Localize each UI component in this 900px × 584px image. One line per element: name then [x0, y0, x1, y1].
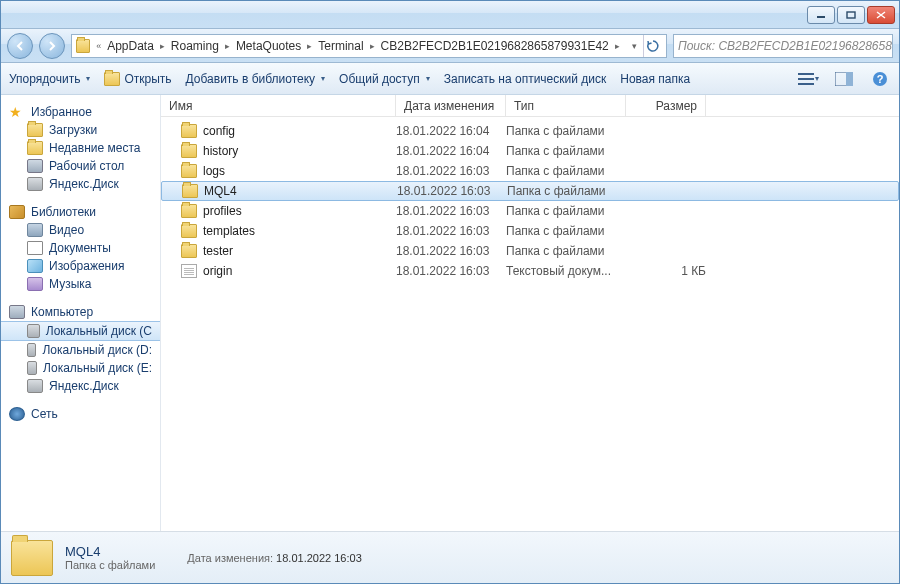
- sidebar-item[interactable]: Локальный диск (C: [1, 321, 160, 341]
- minimize-button[interactable]: [807, 6, 835, 24]
- chevron-icon[interactable]: ▸: [305, 41, 314, 51]
- file-name: history: [203, 144, 238, 158]
- folder-icon: [181, 164, 197, 178]
- file-size: 1 КБ: [626, 264, 706, 278]
- file-row[interactable]: MQL418.01.2022 16:03Папка с файлами: [161, 181, 899, 201]
- network-header[interactable]: Сеть: [1, 405, 160, 423]
- breadcrumb-segment[interactable]: Roaming: [171, 39, 219, 53]
- disk-icon: [27, 343, 36, 357]
- sidebar-item-label: Яндекс.Диск: [49, 379, 119, 393]
- breadcrumb-segment[interactable]: CB2B2FECD2B1E0219682865879931E42: [381, 39, 609, 53]
- favorites-header[interactable]: ★Избранное: [1, 103, 160, 121]
- view-options-button[interactable]: ▾: [797, 68, 819, 90]
- sidebar-item[interactable]: Изображения: [1, 257, 160, 275]
- sidebar-item-label: Видео: [49, 223, 84, 237]
- sidebar-item[interactable]: Рабочий стол: [1, 157, 160, 175]
- open-label: Открыть: [124, 72, 171, 86]
- column-size[interactable]: Размер: [626, 95, 706, 116]
- file-row[interactable]: templates18.01.2022 16:03Папка с файлами: [161, 221, 899, 241]
- libraries-header[interactable]: Библиотеки: [1, 203, 160, 221]
- file-date: 18.01.2022 16:03: [396, 244, 506, 258]
- new-folder-button[interactable]: Новая папка: [620, 72, 690, 86]
- svg-rect-6: [846, 72, 853, 86]
- help-button[interactable]: ?: [869, 68, 891, 90]
- search-input[interactable]: Поиск: CB2B2FECD2B1E021968286587... 🔍: [673, 34, 893, 58]
- library-icon: [9, 205, 25, 219]
- file-row[interactable]: tester18.01.2022 16:03Папка с файлами: [161, 241, 899, 261]
- sidebar-item[interactable]: Локальный диск (D:: [1, 341, 160, 359]
- sidebar-item[interactable]: Загрузки: [1, 121, 160, 139]
- doc-icon: [27, 241, 43, 255]
- file-name: tester: [203, 244, 233, 258]
- sidebar-item[interactable]: Яндекс.Диск: [1, 377, 160, 395]
- disk-icon: [27, 361, 37, 375]
- file-type: Папка с файлами: [506, 224, 626, 238]
- sidebar-item[interactable]: Недавние места: [1, 139, 160, 157]
- vid-icon: [27, 223, 43, 237]
- window-controls: [807, 6, 895, 24]
- explorer-window: « AppData ▸ Roaming ▸ MetaQuotes ▸ Termi…: [0, 0, 900, 584]
- sidebar-item-label: Локальный диск (E:: [43, 361, 152, 375]
- folder-icon: [181, 244, 197, 258]
- selected-name: MQL4: [65, 544, 155, 559]
- file-type: Папка с файлами: [506, 124, 626, 138]
- organize-button[interactable]: Упорядочить: [9, 72, 90, 86]
- burn-button[interactable]: Записать на оптический диск: [444, 72, 607, 86]
- close-button[interactable]: [867, 6, 895, 24]
- file-row[interactable]: config18.01.2022 16:04Папка с файлами: [161, 121, 899, 141]
- breadcrumb-segment[interactable]: AppData: [107, 39, 154, 53]
- sidebar-item-label: Рабочий стол: [49, 159, 124, 173]
- computer-icon: [9, 305, 25, 319]
- disk-icon: [27, 379, 43, 393]
- sidebar-item[interactable]: Видео: [1, 221, 160, 239]
- file-row[interactable]: logs18.01.2022 16:03Папка с файлами: [161, 161, 899, 181]
- nav-sidebar: ★Избранное ЗагрузкиНедавние местаРабочий…: [1, 95, 161, 531]
- file-type: Папка с файлами: [507, 184, 627, 198]
- file-row[interactable]: history18.01.2022 16:04Папка с файлами: [161, 141, 899, 161]
- chevron-icon[interactable]: ▸: [613, 41, 622, 51]
- sidebar-item-label: Загрузки: [49, 123, 97, 137]
- svg-rect-1: [847, 12, 855, 18]
- file-type: Папка с файлами: [506, 144, 626, 158]
- file-list[interactable]: config18.01.2022 16:04Папка с файламиhis…: [161, 117, 899, 531]
- address-bar[interactable]: « AppData ▸ Roaming ▸ MetaQuotes ▸ Termi…: [71, 34, 667, 58]
- breadcrumb-segment[interactable]: Terminal: [318, 39, 363, 53]
- column-name[interactable]: Имя: [161, 95, 396, 116]
- computer-header[interactable]: Компьютер: [1, 303, 160, 321]
- folder-icon: [104, 72, 120, 86]
- file-date: 18.01.2022 16:03: [396, 264, 506, 278]
- sidebar-item-label: Локальный диск (C: [46, 324, 152, 338]
- file-type: Текстовый докум...: [506, 264, 626, 278]
- maximize-button[interactable]: [837, 6, 865, 24]
- folder-icon: [76, 39, 90, 53]
- svg-rect-2: [798, 73, 814, 75]
- refresh-button[interactable]: [643, 35, 662, 57]
- sidebar-item[interactable]: Локальный диск (E:: [1, 359, 160, 377]
- file-row[interactable]: origin18.01.2022 16:03Текстовый докум...…: [161, 261, 899, 281]
- sidebar-item[interactable]: Документы: [1, 239, 160, 257]
- selected-type: Папка с файлами: [65, 559, 155, 571]
- column-date[interactable]: Дата изменения: [396, 95, 506, 116]
- open-button[interactable]: Открыть: [104, 72, 171, 86]
- back-button[interactable]: [7, 33, 33, 59]
- chevron-icon[interactable]: ▸: [368, 41, 377, 51]
- sidebar-item[interactable]: Музыка: [1, 275, 160, 293]
- details-pane: MQL4 Папка с файлами Дата изменения: 18.…: [1, 531, 899, 583]
- address-dropdown-icon[interactable]: ▾: [630, 41, 639, 51]
- share-button[interactable]: Общий доступ: [339, 72, 430, 86]
- selected-folder-icon: [11, 540, 53, 576]
- column-type[interactable]: Тип: [506, 95, 626, 116]
- breadcrumb-segment[interactable]: MetaQuotes: [236, 39, 301, 53]
- file-row[interactable]: profiles18.01.2022 16:03Папка с файлами: [161, 201, 899, 221]
- sidebar-item[interactable]: Яндекс.Диск: [1, 175, 160, 193]
- sidebar-item-label: Изображения: [49, 259, 124, 273]
- svg-text:?: ?: [877, 73, 884, 85]
- add-library-button[interactable]: Добавить в библиотеку: [186, 72, 326, 86]
- chevron-icon[interactable]: ▸: [158, 41, 167, 51]
- folder-icon: [181, 124, 197, 138]
- preview-pane-button[interactable]: [833, 68, 855, 90]
- chevron-icon[interactable]: ▸: [223, 41, 232, 51]
- file-type: Папка с файлами: [506, 244, 626, 258]
- forward-button[interactable]: [39, 33, 65, 59]
- mus-icon: [27, 277, 43, 291]
